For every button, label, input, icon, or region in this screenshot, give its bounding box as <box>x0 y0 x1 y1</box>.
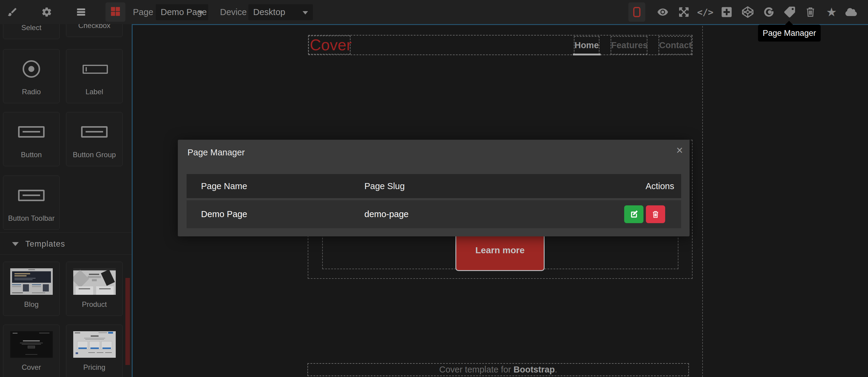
page-label: Page <box>133 0 153 24</box>
device-select[interactable]: Desktop <box>248 4 313 20</box>
block-button-group[interactable]: Button Group <box>66 112 123 166</box>
nav-item-home[interactable]: Home <box>574 36 599 55</box>
edit-pencil-icon <box>629 210 638 219</box>
block-label: Select <box>3 24 59 31</box>
template-label: Cover <box>3 364 59 371</box>
divider <box>0 254 132 255</box>
divider <box>0 233 132 233</box>
button-group-icon <box>66 112 122 151</box>
trash-icon[interactable] <box>805 6 816 18</box>
nav-item-features[interactable]: Features <box>611 36 647 55</box>
cover-footer-component[interactable]: Cover template for Bootstrap. <box>307 363 689 376</box>
borders-visibility-icon <box>633 7 641 17</box>
trash-icon <box>652 210 659 218</box>
block-button-toolbar[interactable]: Button Toolbar <box>3 176 60 230</box>
star-icon[interactable]: ★ <box>826 6 837 18</box>
button-toolbar-icon <box>3 176 59 215</box>
template-product[interactable]: Product <box>66 262 123 316</box>
codepen-icon[interactable] <box>742 6 753 18</box>
label-icon <box>66 49 122 88</box>
device-label: Device <box>220 0 247 24</box>
block-label: Button Group <box>66 151 122 159</box>
page-select[interactable]: Demo Page <box>156 4 208 20</box>
template-pricing[interactable]: Pricing <box>66 324 123 377</box>
bootstrap-link[interactable]: Bootstrap <box>514 365 555 374</box>
nav-item-contact[interactable]: Contact <box>658 36 692 55</box>
template-cover[interactable]: Cover <box>3 324 60 377</box>
modal-title: Page Manager <box>187 147 245 158</box>
block-label: Checkbox <box>66 24 122 29</box>
close-icon[interactable]: × <box>676 144 683 157</box>
template-label: Pricing <box>66 364 122 371</box>
blog-thumbnail <box>10 268 53 295</box>
layers-icon[interactable] <box>75 6 87 18</box>
template-blog[interactable]: Blog <box>3 262 60 316</box>
product-thumbnail <box>73 268 116 295</box>
block-label: Label <box>66 88 122 96</box>
blocks-icon <box>110 6 121 18</box>
fullscreen-icon[interactable] <box>678 6 689 18</box>
sidebar-scrollbar[interactable] <box>125 278 130 365</box>
cover-thumbnail <box>10 331 53 358</box>
gear-icon[interactable] <box>41 6 53 18</box>
caret-down-icon <box>12 242 19 246</box>
tag-icon[interactable] <box>784 6 795 18</box>
table-header-row: Page Name Page Slug Actions <box>187 174 681 198</box>
button-icon <box>3 112 59 151</box>
block-label: Button <box>3 151 59 159</box>
import-plus-icon[interactable] <box>721 6 733 18</box>
page-manager-tooltip: Page Manager <box>758 25 821 41</box>
block-radio[interactable]: Radio <box>3 49 60 103</box>
page-name-cell: Demo Page <box>187 209 364 219</box>
edit-page-button[interactable] <box>624 205 644 223</box>
block-button[interactable]: Button <box>3 112 60 166</box>
template-label: Blog <box>3 301 59 308</box>
templates-title: Templates <box>25 239 65 249</box>
template-label: Product <box>66 301 122 308</box>
caret-down-icon <box>303 11 308 14</box>
col-page-name: Page Name <box>187 181 364 191</box>
undo-icon[interactable] <box>763 6 775 18</box>
brush-icon[interactable] <box>7 6 18 18</box>
block-label: Radio <box>3 88 59 96</box>
pages-table: Page Name Page Slug Actions Demo Page de… <box>187 174 681 228</box>
table-row: Demo Page demo-page <box>187 200 681 228</box>
block-label-el[interactable]: Label <box>66 49 123 103</box>
body-right-edge-guide <box>702 26 703 377</box>
nav-home-underline <box>573 54 601 56</box>
templates-section-header[interactable]: Templates <box>0 235 132 253</box>
page-slug-cell: demo-page <box>364 209 585 219</box>
cover-brand-text: Cover <box>309 36 350 54</box>
col-actions: Actions <box>585 181 681 191</box>
device-select-value: Desktop <box>253 7 285 17</box>
cloud-icon[interactable] <box>845 6 857 18</box>
blocks-sidebar: Select Checkbox Radio Label Button Butto… <box>0 24 132 377</box>
block-label: Button Toolbar <box>3 215 59 222</box>
blocks-button[interactable] <box>105 2 125 22</box>
page-manager-modal: Page Manager × Page Name Page Slug Actio… <box>178 140 689 236</box>
borders-visibility-button[interactable] <box>628 2 645 22</box>
cover-brand-component[interactable]: Cover <box>308 36 350 55</box>
caret-down-icon <box>198 11 204 14</box>
preview-eye-icon[interactable] <box>657 6 669 18</box>
actions-cell <box>585 205 681 223</box>
block-select[interactable]: Select <box>3 24 60 39</box>
top-toolbar: Page Demo Page Device Desktop </> ★ <box>0 0 868 24</box>
pricing-thumbnail <box>73 331 116 358</box>
radio-icon <box>3 49 59 88</box>
col-page-slug: Page Slug <box>364 181 585 191</box>
footer-text: Cover template for <box>439 365 514 374</box>
delete-page-button[interactable] <box>646 205 665 223</box>
code-icon[interactable]: </> <box>695 6 715 18</box>
block-checkbox[interactable]: Checkbox <box>66 24 123 37</box>
